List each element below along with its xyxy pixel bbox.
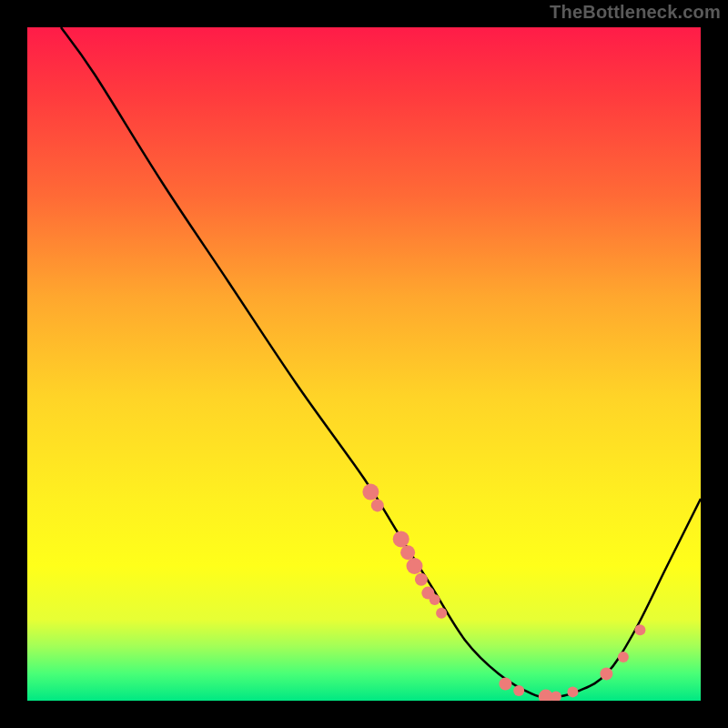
data-marker	[415, 573, 428, 586]
data-marker	[551, 692, 561, 701]
data-marker	[393, 531, 410, 547]
data-marker	[400, 545, 415, 560]
data-markers	[362, 484, 645, 701]
data-marker	[600, 667, 612, 680]
data-marker	[436, 608, 447, 619]
data-marker	[499, 678, 511, 691]
data-marker	[407, 558, 423, 574]
data-marker	[371, 499, 384, 511]
data-marker	[618, 652, 629, 662]
data-marker	[634, 624, 645, 635]
data-marker	[567, 686, 578, 697]
data-marker	[362, 484, 379, 500]
data-marker	[430, 594, 440, 605]
watermark-text: TheBottleneck.com	[550, 2, 721, 23]
bottleneck-curve	[61, 27, 701, 698]
chart-container: TheBottleneck.com	[0, 0, 728, 728]
chart-svg	[27, 27, 701, 701]
data-marker	[513, 685, 524, 696]
plot-area	[27, 27, 701, 701]
